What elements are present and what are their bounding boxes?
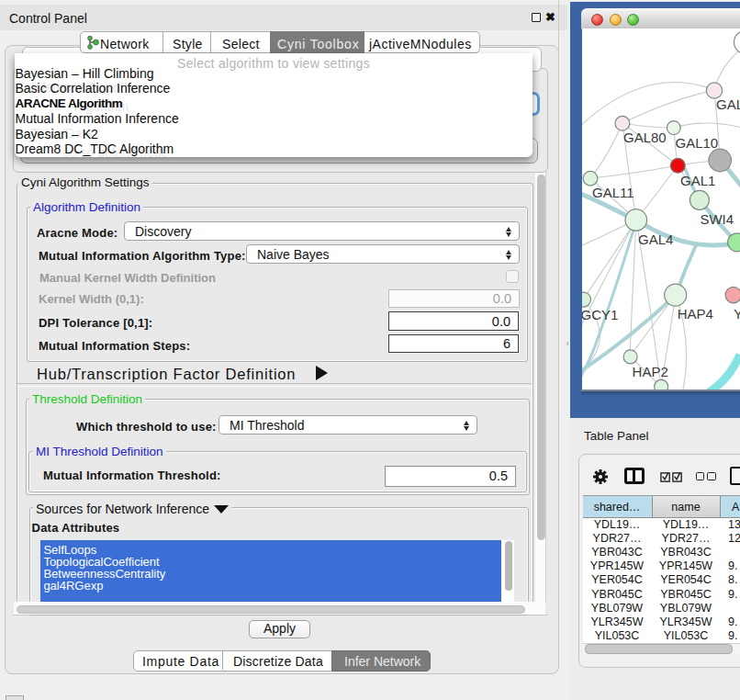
svg-text:GAL7: GAL7 [716,96,740,112]
svg-text:Y: Y [734,306,740,322]
svg-text:GAL10: GAL10 [676,135,719,151]
svg-text:SWI4: SWI4 [700,211,734,227]
svg-text:GAL4: GAL4 [638,231,673,247]
svg-text:GCY1: GCY1 [582,307,618,322]
svg-text:GAL80: GAL80 [623,130,667,145]
svg-text:GAL11: GAL11 [592,185,634,200]
svg-text:GAL1: GAL1 [680,173,715,188]
svg-text:HAP2: HAP2 [633,364,668,379]
svg-text:HAP4: HAP4 [678,306,713,322]
